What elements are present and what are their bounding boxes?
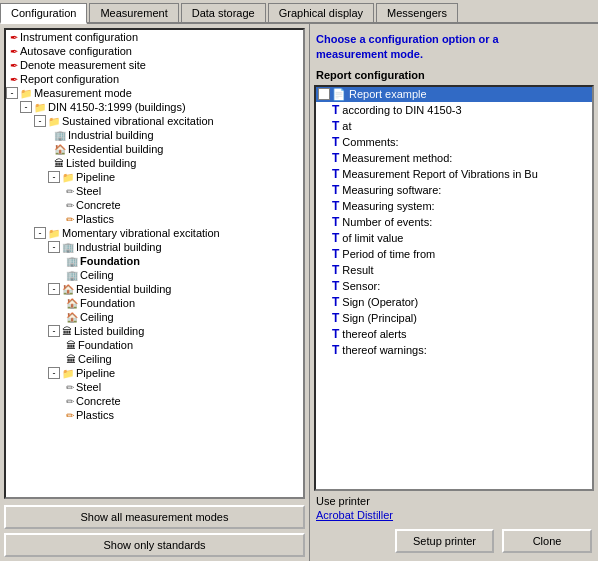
t-icon: T [332,151,339,165]
tree-item-industrial-m[interactable]: - 🏢 Industrial building [6,240,303,254]
bottom-buttons: Show all measurement modes Show only sta… [0,501,309,561]
report-item-4[interactable]: T Measurement method: [330,150,592,166]
tree-item-denote[interactable]: ✒ Denote measurement site [6,58,303,72]
building-icon: 🏢 [66,270,78,281]
expand-btn[interactable]: - [6,87,18,99]
report-item-15[interactable]: T thereof alerts [330,326,592,342]
report-tree-scroll[interactable]: - 📄 Report example T according to DIN 41… [316,87,592,489]
tree-item-foundation-m-r[interactable]: 🏠 Foundation [6,296,303,310]
report-item-3[interactable]: T Comments: [330,134,592,150]
tree-item-steel-m[interactable]: ✏ Steel [6,380,303,394]
report-item-root[interactable]: - 📄 Report example [316,87,592,102]
pencil-icon: ✏ [66,214,74,225]
tree-item-industrial[interactable]: 🏢 Industrial building [6,128,303,142]
report-item-14[interactable]: T Sign (Principal) [330,310,592,326]
pencil-icon: ✏ [66,396,74,407]
report-item-1[interactable]: T according to DIN 4150-3 [330,102,592,118]
printer-section: Use printer Acrobat Distiller [314,491,594,525]
tab-data-storage[interactable]: Data storage [181,3,266,22]
right-panel: Choose a configuration option or a measu… [310,24,598,561]
tree-item-measurement-mode[interactable]: - 📁 Measurement mode [6,86,303,100]
report-item-9[interactable]: T of limit value [330,230,592,246]
tree-item-instrument[interactable]: ✒ Instrument configuration [6,30,303,44]
report-item-2[interactable]: T at [330,118,592,134]
tab-messengers[interactable]: Messengers [376,3,458,22]
report-item-8[interactable]: T Number of events: [330,214,592,230]
expand-btn[interactable]: - [34,115,46,127]
t-icon: T [332,279,339,293]
expand-btn[interactable]: - [48,283,60,295]
tab-graphical-display[interactable]: Graphical display [268,3,374,22]
t-icon: T [332,343,339,357]
report-item-6[interactable]: T Measuring software: [330,182,592,198]
minus-icon[interactable]: - [318,88,330,100]
tree-item-listed-m[interactable]: - 🏛 Listed building [6,324,303,338]
report-item-13[interactable]: T Sign (Operator) [330,294,592,310]
expand-btn[interactable]: - [48,325,60,337]
t-icon: T [332,231,339,245]
folder-icon: 📁 [62,368,74,379]
expand-btn[interactable]: - [48,367,60,379]
expand-btn[interactable]: - [34,227,46,239]
tree-item-pipeline-s[interactable]: - 📁 Pipeline [6,170,303,184]
clone-button[interactable]: Clone [502,529,592,553]
tree-item-residential[interactable]: 🏠 Residential building [6,142,303,156]
tree-item-concrete-m[interactable]: ✏ Concrete [6,394,303,408]
t-icon: T [332,119,339,133]
tab-measurement[interactable]: Measurement [89,3,178,22]
show-standards-button[interactable]: Show only standards [4,533,305,557]
tree-item-pipeline-m[interactable]: - 📁 Pipeline [6,366,303,380]
tab-configuration[interactable]: Configuration [0,3,87,24]
expand-btn[interactable]: - [20,101,32,113]
expand-btn[interactable]: - [48,171,60,183]
report-section-label: Report configuration [314,67,594,83]
tree-item-concrete-s[interactable]: ✏ Concrete [6,198,303,212]
tree-item-din[interactable]: - 📁 DIN 4150-3:1999 (buildings) [6,100,303,114]
building-icon: 🏠 [66,312,78,323]
tree-item-report[interactable]: ✒ Report configuration [6,72,303,86]
building-icon: 🏠 [62,284,74,295]
building-icon: 🏛 [54,158,64,169]
report-item-16[interactable]: T thereof warnings: [330,342,592,358]
printer-value-link[interactable]: Acrobat Distiller [316,509,592,521]
tree-container: ✒ Instrument configuration ✒ Autosave co… [4,28,305,499]
report-item-7[interactable]: T Measuring system: [330,198,592,214]
folder-icon: 📁 [48,116,60,127]
building-icon: 🏢 [66,256,78,267]
expand-btn[interactable]: - [48,241,60,253]
setup-printer-button[interactable]: Setup printer [395,529,494,553]
tree-item-listed[interactable]: 🏛 Listed building [6,156,303,170]
pencil-icon: ✏ [66,200,74,211]
show-all-button[interactable]: Show all measurement modes [4,505,305,529]
building-icon: 🏛 [66,340,76,351]
t-icon: T [332,247,339,261]
tree-item-foundation-m-l[interactable]: 🏛 Foundation [6,338,303,352]
folder-icon: 📁 [20,88,32,99]
tree-item-ceiling-m-l[interactable]: 🏛 Ceiling [6,352,303,366]
tree-item-plastics-s[interactable]: ✏ Plastics [6,212,303,226]
t-icon: T [332,183,339,197]
t-icon: T [332,103,339,117]
tree-item-autosave[interactable]: ✒ Autosave configuration [6,44,303,58]
pencil-icon: ✏ [66,186,74,197]
tabs-bar: Configuration Measurement Data storage G… [0,0,598,24]
tree-item-residential-m[interactable]: - 🏠 Residential building [6,282,303,296]
pencil-icon: ✏ [66,382,74,393]
report-item-12[interactable]: T Sensor: [330,278,592,294]
folder-icon: 📁 [48,228,60,239]
building-icon: 🏢 [62,242,74,253]
tree-item-plastics-m[interactable]: ✏ Plastics [6,408,303,422]
report-item-5[interactable]: T Measurement Report of Vibrations in Bu [330,166,592,182]
report-item-10[interactable]: T Period of time from [330,246,592,262]
building-icon: 🏠 [54,144,66,155]
tree-item-foundation-m-i[interactable]: 🏢 Foundation [6,254,303,268]
tree-item-ceiling-m-r[interactable]: 🏠 Ceiling [6,310,303,324]
tree-item-ceiling-m-i[interactable]: 🏢 Ceiling [6,268,303,282]
building-icon: 🏢 [54,130,66,141]
tree-item-momentary[interactable]: - 📁 Momentary vibrational excitation [6,226,303,240]
tree-item-steel-s[interactable]: ✏ Steel [6,184,303,198]
tree-item-sustained[interactable]: - 📁 Sustained vibrational excitation [6,114,303,128]
report-item-11[interactable]: T Result [330,262,592,278]
tree-scroll[interactable]: ✒ Instrument configuration ✒ Autosave co… [6,30,303,497]
left-panel: ✒ Instrument configuration ✒ Autosave co… [0,24,310,561]
